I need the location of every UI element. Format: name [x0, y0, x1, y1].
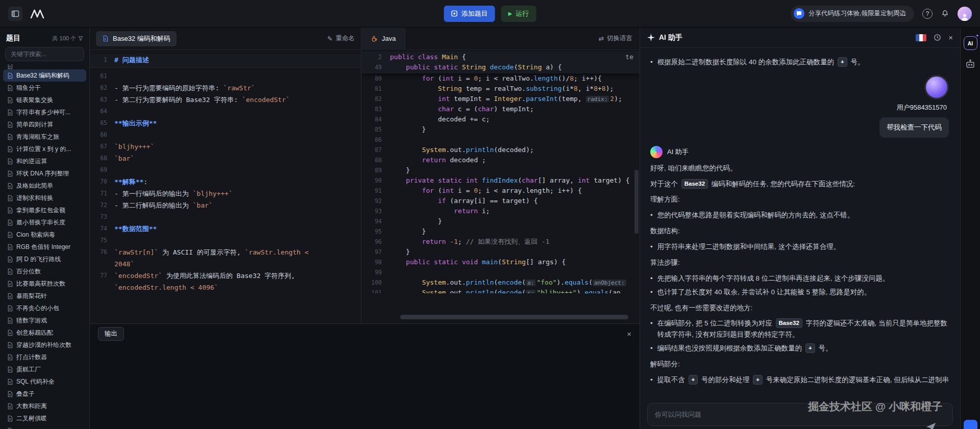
sidebar-item-partial[interactable]	[3, 424, 86, 429]
sidebar-item-partial[interactable]	[3, 64, 86, 69]
line-number: 98	[361, 257, 390, 267]
ai-input[interactable]	[655, 411, 945, 418]
sidebar-toggle-button[interactable]	[8, 7, 22, 21]
sidebar-item-label: RGB 色值转 Integer	[16, 243, 70, 251]
problem-title-tab[interactable]: Base32 编码和解码	[96, 31, 177, 46]
ai-bullet-item: •先把输入字符串的每个字符转成 8 位二进制串再连接起来, 这个步骤没问题。	[650, 273, 950, 284]
editor-vertical-scrollbar[interactable]	[634, 170, 639, 234]
code-editor[interactable]: 2public class Main {te49 public static S…	[361, 50, 640, 323]
line-number: 97	[361, 247, 390, 257]
problem-markdown[interactable]: 1# 问题描述 6162- 第一行为需要编码的原始字符串: `rawStr`63…	[90, 50, 361, 323]
document-icon	[7, 293, 13, 299]
notifications-icon[interactable]	[941, 9, 949, 18]
problem-pane: Base32 编码和解码 ✎ 重命名 1# 问题描述 6162- 第一行为需要编…	[90, 28, 361, 323]
ai-rail-button[interactable]: AI	[964, 36, 977, 50]
ai-messages[interactable]: •根据原始二进制数据长度除以 40 的余数添加此正确数量的 + 号。用户9584…	[640, 48, 960, 399]
sidebar-item[interactable]: 叠盘子	[3, 388, 86, 400]
upper-panes: Base32 编码和解码 ✎ 重命名 1# 问题描述 6162- 第一行为需要编…	[90, 28, 640, 323]
sidebar-item[interactable]: 阿 D 的飞行路线	[3, 253, 86, 265]
sidebar-item[interactable]: Cion 勒索病毒	[3, 229, 86, 241]
search-input[interactable]	[11, 51, 79, 58]
document-icon	[7, 378, 13, 385]
sidebar-item-label: 猫鱼分干	[16, 84, 41, 92]
message-text: 数据结构:	[650, 227, 680, 235]
run-button[interactable]: ▶ 运行	[501, 6, 536, 22]
output-tab[interactable]: 输出	[98, 327, 124, 341]
sidebar-item[interactable]: 猜数字游戏	[3, 314, 86, 326]
code-line: 84 decoded += c;	[361, 114, 640, 124]
sidebar-item[interactable]: 暴雨梨花针	[3, 290, 86, 302]
ai-close-icon[interactable]: ×	[948, 34, 953, 41]
java-icon	[371, 35, 378, 42]
sidebar-item[interactable]: 环状 DNA 序列整理	[3, 167, 86, 180]
document-icon	[7, 109, 13, 116]
problem-file-icon	[102, 35, 109, 42]
line-number: 68	[90, 153, 114, 164]
editor-horizontal-scrollbar[interactable]	[400, 315, 628, 319]
sidebar-item[interactable]: 百分位数	[3, 265, 86, 277]
line-number: 84	[361, 114, 390, 124]
message-text: 先把输入字符串的每个字符转成 8 位二进制串再连接起来, 这个步骤没问题。	[657, 273, 890, 284]
sidebar-item-label: 穿越沙漠的补给次数	[16, 341, 71, 349]
sidebar-item-label: 打点计数器	[16, 353, 47, 362]
sidebar-item[interactable]: 穿越沙漠的补给次数	[3, 339, 86, 351]
line-number: 64	[90, 106, 114, 117]
sidebar-item[interactable]: 比赛最高获胜次数	[3, 277, 86, 290]
sidebar-item[interactable]: RGB 色值转 Integer	[3, 241, 86, 253]
rename-button[interactable]: ✎ 重命名	[327, 34, 355, 43]
sidebar-item[interactable]: 不再贪心的小包	[3, 302, 86, 314]
language-tab-java[interactable]: Java	[361, 28, 405, 50]
sidebar-item[interactable]: 和的逆运算	[3, 155, 86, 167]
sidebar-item[interactable]: 打点计数器	[3, 351, 86, 363]
code-line: 88 return decoded ;	[361, 155, 640, 165]
sidebar-item[interactable]: 最小替换字串长度	[3, 216, 86, 229]
topbar: 添加题目 ▶ 运行 分享代码练习体验,领限量定制周边 ?	[0, 0, 980, 28]
ai-bullet-item: •根据原始二进制数据长度除以 40 的余数添加此正确数量的 + 号。	[650, 57, 950, 68]
switch-arrows-icon: ⇄	[599, 35, 604, 42]
robot-icon[interactable]	[965, 59, 975, 69]
sidebar-item-label: 不再贪心的小包	[16, 304, 59, 313]
sidebar-item[interactable]: 及格如此简单	[3, 180, 86, 192]
markdown-line: 62- 第一行为需要编码的原始字符串: `rawStr`	[90, 82, 361, 94]
sidebar-item[interactable]: 字符串有多少种可...	[3, 106, 86, 118]
line-number: 94	[361, 216, 390, 226]
ai-paragraph: 对于这个 Base32 编码和解码的任务, 您的代码存在下面这些情况:	[650, 179, 950, 190]
sidebar-item[interactable]: Base32 编码和解码	[3, 69, 86, 82]
document-icon	[7, 281, 13, 287]
help-icon[interactable]: ?	[922, 9, 933, 19]
add-problem-button[interactable]: 添加题目	[444, 6, 495, 22]
user-avatar[interactable]	[958, 7, 972, 21]
switch-language-button[interactable]: ⇄ 切换语言	[599, 34, 632, 43]
feedback-button[interactable]	[964, 420, 977, 429]
bullet-marker: •	[650, 343, 653, 354]
sidebar-item-label: 链表聚集交换	[16, 96, 53, 105]
sidebar-item[interactable]: SQL 代码补全	[3, 375, 86, 388]
logo[interactable]	[30, 8, 45, 19]
problem-header: Base32 编码和解码 ✎ 重命名	[90, 28, 361, 50]
filter-icon[interactable]	[78, 36, 83, 41]
promo-banner[interactable]: 分享代码练习体验,领限量定制周边	[791, 6, 914, 22]
markdown-line: 76`rawStr[n]` 为 ASCII 的可显示字符, `rawStr.le…	[90, 246, 361, 270]
sidebar-item-label: 阿 D 的飞行路线	[16, 255, 61, 264]
document-icon	[7, 195, 13, 201]
ai-paragraph: 数据结构:	[650, 225, 950, 237]
sidebar-item[interactable]: 二叉树供暖	[3, 412, 86, 424]
sidebar-item[interactable]: 拿到最多红包金额	[3, 204, 86, 216]
sidebar-item-label: 二叉树供暖	[16, 414, 47, 423]
document-icon	[7, 72, 13, 79]
history-icon[interactable]	[934, 34, 941, 41]
sidebar-item[interactable]: 简单四则计算	[3, 118, 86, 131]
sidebar-item[interactable]: 猫鱼分干	[3, 82, 86, 94]
sidebar-item[interactable]: 大数和距离	[3, 400, 86, 412]
language-flag-icon[interactable]	[916, 34, 926, 41]
sidebar-item[interactable]: 进制求和转换	[3, 192, 86, 204]
sidebar-item[interactable]: 计算位置 x 到 y 的...	[3, 143, 86, 155]
sidebar-item[interactable]: 创意标题匹配	[3, 326, 86, 339]
code-line: 100 System.out.println(encode(a:"foo").e…	[361, 277, 640, 288]
sidebar-item[interactable]: 链表聚集交换	[3, 94, 86, 106]
output-close-icon[interactable]: ×	[627, 330, 631, 338]
code-line: 80 for (int i = 0; i < realTwo.length()/…	[361, 73, 640, 84]
sidebar-item[interactable]: 青海湖租车之旅	[3, 131, 86, 143]
send-icon[interactable]	[925, 421, 937, 429]
sidebar-item[interactable]: 蛋糕工厂	[3, 363, 86, 375]
